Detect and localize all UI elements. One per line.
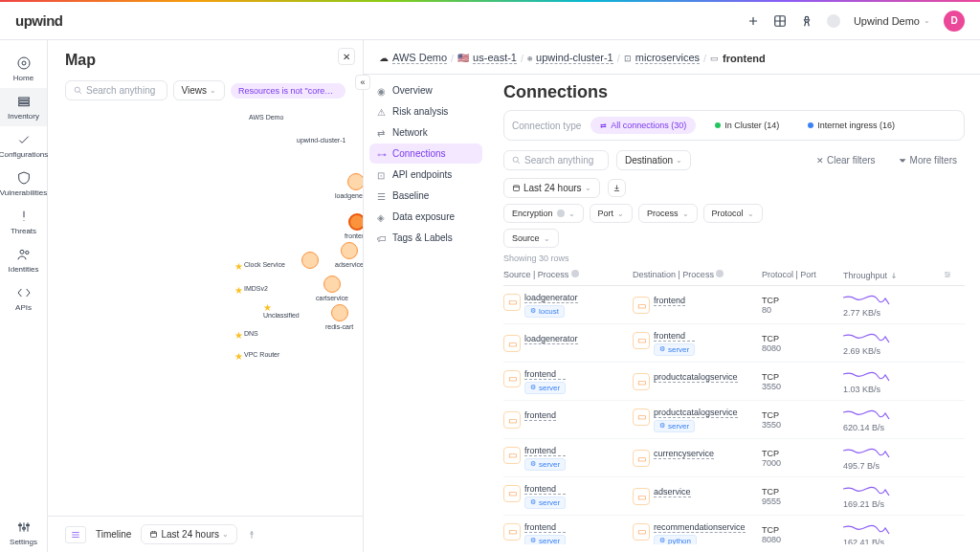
tab-baseline[interactable]: ☰Baseline <box>369 186 482 206</box>
sidebar-item-settings[interactable]: Settings <box>0 514 47 552</box>
map-node[interactable]: adservice <box>335 242 363 268</box>
map-search-input[interactable]: Search anything <box>65 80 167 100</box>
eye-icon: ◉ <box>377 86 387 96</box>
tab-overview[interactable]: ◉Overview <box>369 80 482 100</box>
source-link[interactable]: frontend <box>524 446 566 456</box>
conn-chip-all[interactable]: ⇄ All connections (30) <box>590 117 696 134</box>
crumb-item[interactable]: us-east-1 <box>473 52 517 64</box>
dest-link[interactable]: recommendationservice <box>654 522 746 533</box>
conn-chip-internet[interactable]: Internet ingress (16) <box>798 117 904 134</box>
col-settings[interactable] <box>939 270 952 281</box>
table-row[interactable]: ▭frontend⚙server▭recommendationservice⚙p… <box>503 516 965 544</box>
connections-search-input[interactable]: Search anything <box>503 150 609 170</box>
sidebar-item-vulnerabilities[interactable]: Vulnerabilities <box>0 165 47 203</box>
pin-icon[interactable] <box>247 530 256 540</box>
table-row[interactable]: ▭loadgenerator▭frontend⚙serverTCP80802.6… <box>503 324 965 363</box>
tab-data[interactable]: ◈Data exposure <box>369 207 482 227</box>
filter-chip-encryption[interactable]: Encryption⌄ <box>503 204 584 223</box>
cell-text: frontend⚙server <box>524 369 566 394</box>
sidebar-item-threats[interactable]: Threats <box>0 203 47 241</box>
more-label: More filters <box>910 155 957 166</box>
dest-link[interactable]: adservice <box>654 487 691 497</box>
map-node[interactable]: cartservice <box>316 276 348 301</box>
dest-link[interactable]: productcatalogservice <box>654 372 738 383</box>
col-source[interactable]: Source | Process <box>503 270 633 281</box>
thru-val: 169.21 B/s <box>843 499 884 509</box>
conn-chip-cluster[interactable]: In Cluster (14) <box>705 117 789 134</box>
source-link[interactable]: frontend <box>524 522 566 533</box>
tab-connections[interactable]: ⊶Connections <box>369 144 482 164</box>
resource-icon: ▭ <box>503 411 521 429</box>
dest-link[interactable]: currencyservice <box>654 449 714 459</box>
close-button[interactable]: ✕ <box>338 48 355 65</box>
collapse-button[interactable]: « <box>355 75 370 90</box>
sparkline-icon <box>843 521 891 537</box>
filter-chip-process[interactable]: Process⌄ <box>638 204 698 223</box>
destination-filter-button[interactable]: Destination ⌄ <box>616 150 691 170</box>
cell-proto: TCP8080 <box>762 334 843 353</box>
dest-link[interactable]: frontend <box>654 331 695 342</box>
svg-rect-6 <box>18 104 29 106</box>
map-node[interactable]: redis-cart <box>325 304 353 330</box>
activity-icon[interactable] <box>800 14 813 28</box>
dest-link[interactable]: productcatalogservice <box>654 408 738 418</box>
users-icon <box>16 247 32 262</box>
sidebar-item-home[interactable]: Home <box>0 50 47 88</box>
sort-down-icon <box>890 272 898 279</box>
sidebar-item-identities[interactable]: Identities <box>0 241 47 279</box>
source-link[interactable]: frontend <box>524 410 556 421</box>
chevron-down-icon: ⌄ <box>210 86 216 95</box>
user-menu[interactable]: Upwind Demo ⌄ <box>854 15 930 27</box>
source-link[interactable]: frontend <box>524 369 566 380</box>
grid-icon[interactable] <box>773 14 787 28</box>
aws-icon: ☁ <box>379 53 389 63</box>
timerange-button[interactable]: Last 24 hours ⌄ <box>503 178 600 198</box>
table-row[interactable]: ▭loadgenerator⚙locust▭frontendTCP802.77 … <box>503 286 965 324</box>
map-timerange-button[interactable]: Last 24 hours ⌄ <box>141 524 237 544</box>
table-row[interactable]: ▭frontend⚙server▭productcatalogserviceTC… <box>503 363 965 401</box>
cell-throughput: 495.7 B/s <box>843 445 939 471</box>
cell-dest: ▭recommendationservice⚙python <box>633 522 762 545</box>
filter-chip-source[interactable]: Source⌄ <box>503 229 559 248</box>
sidebar-item-inventory[interactable]: Inventory <box>0 88 47 126</box>
clear-filters-button[interactable]: ✕ Clear filters <box>809 151 883 169</box>
filter-chip[interactable]: Resources is not "coredns... <box>231 83 345 99</box>
source-link[interactable]: loadgenerator <box>524 334 578 344</box>
risk-icon: ⚠ <box>377 107 387 117</box>
crumb-item[interactable]: microservices <box>635 52 700 64</box>
filter-chip-protocol[interactable]: Protocol⌄ <box>703 204 763 223</box>
dest-link[interactable]: frontend <box>654 296 685 306</box>
map-node[interactable] <box>301 252 319 269</box>
tab-api[interactable]: ⊡API endpoints <box>369 165 482 185</box>
col-throughput[interactable]: Throughput <box>843 270 939 281</box>
resource-icon: ▭ <box>633 450 650 467</box>
user-avatar[interactable]: D <box>944 11 965 32</box>
download-button[interactable] <box>608 179 626 197</box>
crumb-item[interactable]: upwind-cluster-1 <box>536 52 613 64</box>
tab-risk[interactable]: ⚠Risk analysis <box>369 101 482 121</box>
sidebar-item-apis[interactable]: APIs <box>0 279 47 318</box>
tab-tags[interactable]: 🏷Tags & Labels <box>369 228 482 248</box>
table-row[interactable]: ▭frontend▭productcatalogservice⚙serverTC… <box>503 401 965 439</box>
map-node-frontend[interactable]: frontend <box>345 213 363 239</box>
col-proto[interactable]: Protocol | Port <box>762 270 843 281</box>
more-filters-button[interactable]: ⏷ More filters <box>891 151 965 169</box>
source-link[interactable]: loadgenerator <box>524 293 578 303</box>
plus-icon[interactable] <box>746 14 760 28</box>
legend-icon[interactable] <box>65 526 86 543</box>
proto-val: TCP <box>762 372 843 382</box>
tab-network[interactable]: ⇄Network <box>369 122 482 143</box>
sliders-icon <box>943 270 952 279</box>
sidebar-item-configurations[interactable]: Configurations <box>0 126 47 165</box>
table-row[interactable]: ▭frontend⚙server▭currencyserviceTCP70004… <box>503 439 965 477</box>
crumb-item[interactable]: AWS Demo <box>392 52 447 64</box>
sparkline-icon <box>843 292 891 307</box>
map-canvas[interactable]: AWS Demo upwind-cluster-1 loadgenerator … <box>48 108 363 516</box>
views-button[interactable]: Views ⌄ <box>173 80 226 100</box>
svg-rect-5 <box>18 100 29 102</box>
filter-chip-port[interactable]: Port⌄ <box>590 204 634 223</box>
source-link[interactable]: frontend <box>524 484 566 495</box>
table-row[interactable]: ▭frontend⚙server▭adserviceTCP9555169.21 … <box>503 477 965 516</box>
map-node[interactable]: loadgenerator <box>335 173 363 199</box>
col-dest[interactable]: Destination | Process <box>633 270 762 281</box>
